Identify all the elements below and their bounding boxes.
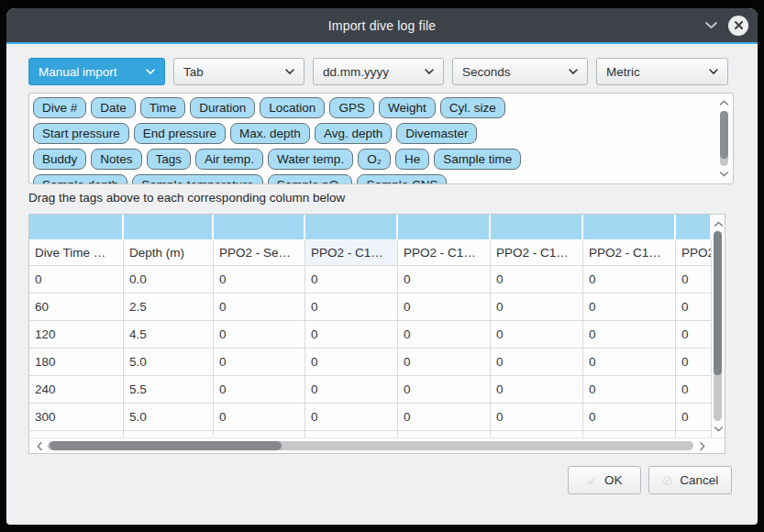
tag-sample-depth[interactable]: Sample depth bbox=[33, 174, 127, 184]
table-cell: 120 bbox=[29, 321, 124, 349]
ok-button[interactable]: ✓ OK bbox=[568, 466, 641, 494]
scroll-left-icon[interactable] bbox=[33, 439, 46, 452]
scroll-up-icon[interactable] bbox=[712, 218, 725, 229]
scroll-right-icon[interactable] bbox=[695, 439, 708, 452]
duration-format-select[interactable]: Seconds bbox=[452, 58, 588, 85]
scrollbar-track[interactable] bbox=[714, 231, 722, 421]
tag-sample-temperature[interactable]: Sample temperature bbox=[132, 174, 262, 184]
import-mode-select[interactable]: Manual import bbox=[28, 58, 165, 85]
field-separator-select[interactable]: Tab bbox=[173, 58, 304, 85]
tag-sample-cns[interactable]: Sample CNS bbox=[357, 174, 447, 184]
column-header: Depth (m) bbox=[124, 240, 214, 266]
table-cell: 0 bbox=[29, 266, 124, 294]
table-cell: 0.0 bbox=[124, 266, 214, 294]
column-header: PPO2 - C1… bbox=[583, 240, 676, 266]
tag-date[interactable]: Date bbox=[91, 97, 136, 118]
cancel-button[interactable]: ⊘ Cancel bbox=[648, 466, 732, 494]
date-format-value: dd.mm.yyyy bbox=[323, 65, 389, 79]
table-cell: 0 bbox=[305, 349, 398, 376]
date-format-select[interactable]: dd.mm.yyyy bbox=[313, 58, 444, 85]
scrollbar-thumb[interactable] bbox=[714, 231, 722, 375]
table-cell: 0 bbox=[305, 266, 398, 294]
scrollbar-track[interactable] bbox=[48, 441, 693, 450]
tag-o2[interactable]: O₂ bbox=[358, 149, 391, 170]
units-select[interactable]: Metric bbox=[596, 58, 728, 85]
scroll-down-icon[interactable] bbox=[718, 168, 730, 180]
tag-avg-depth[interactable]: Avg. depth bbox=[315, 123, 392, 144]
table-cell: 0 bbox=[583, 266, 676, 294]
tag-air-temp[interactable]: Air temp. bbox=[195, 149, 263, 170]
column-drop-target[interactable] bbox=[398, 215, 491, 240]
column-header: PPO2 - C1… bbox=[676, 240, 712, 266]
import-mode-value: Manual import bbox=[39, 65, 117, 79]
tag-pool-vscrollbar[interactable] bbox=[717, 94, 731, 183]
scroll-up-icon[interactable] bbox=[718, 97, 730, 109]
table-cell: 0 bbox=[583, 321, 676, 349]
table-cell: 5.0 bbox=[124, 349, 214, 376]
tag-duration[interactable]: Duration bbox=[190, 97, 255, 118]
tag-start-pressure[interactable]: Start pressure bbox=[33, 123, 129, 144]
window-title: Import dive log file bbox=[328, 18, 437, 33]
csv-preview-table: Dive Time … Depth (m) PPO2 - Se… PPO2 - … bbox=[28, 214, 725, 454]
column-drop-target[interactable] bbox=[305, 215, 398, 240]
table-cell: 0 bbox=[491, 294, 583, 321]
table-cell: 0 bbox=[676, 321, 712, 349]
tag-weight[interactable]: Weight bbox=[379, 97, 436, 118]
table-cell: 0 bbox=[583, 376, 676, 404]
table-vscrollbar[interactable] bbox=[712, 215, 725, 438]
tag-buddy[interactable]: Buddy bbox=[33, 149, 86, 170]
tag-location[interactable]: Location bbox=[260, 97, 325, 118]
tag-sample-po2[interactable]: Sample pO₂ bbox=[268, 174, 353, 184]
table-cell: 4.5 bbox=[124, 321, 214, 349]
titlebar[interactable]: Import dive log file bbox=[6, 8, 758, 42]
table-cell: 0 bbox=[491, 321, 583, 349]
tag-he[interactable]: He bbox=[395, 149, 429, 170]
tag-end-pressure[interactable]: End pressure bbox=[134, 123, 226, 144]
table-cell: 300 bbox=[29, 404, 124, 431]
tag-gps[interactable]: GPS bbox=[329, 97, 374, 118]
column-drop-target[interactable] bbox=[124, 215, 214, 240]
import-options-row: Manual import Tab dd.mm.yyyy Seconds Met… bbox=[28, 58, 758, 85]
chevron-down-icon bbox=[568, 68, 579, 75]
tag-water-temp[interactable]: Water temp. bbox=[268, 149, 353, 170]
table-cell: 0 bbox=[214, 294, 305, 321]
tag-pool: Dive # Date Time Duration Location GPS W… bbox=[28, 93, 734, 184]
column-header: PPO2 - C1… bbox=[491, 240, 583, 266]
tag-row: Buddy Notes Tags Air temp. Water temp. O… bbox=[33, 149, 714, 170]
column-drop-target[interactable] bbox=[583, 215, 676, 240]
chevron-down-icon bbox=[145, 68, 156, 75]
tag-time[interactable]: Time bbox=[140, 97, 186, 118]
tag-cyl-size[interactable]: Cyl. size bbox=[440, 97, 505, 118]
table-cell: 0 bbox=[398, 404, 491, 431]
table-cell: 0 bbox=[676, 404, 712, 431]
scroll-down-icon[interactable] bbox=[712, 423, 725, 434]
scrollbar-thumb[interactable] bbox=[720, 111, 728, 159]
scrollbar-thumb[interactable] bbox=[50, 441, 282, 450]
column-drop-target[interactable] bbox=[214, 215, 305, 240]
column-header: Dive Time … bbox=[29, 240, 124, 266]
tag-tags[interactable]: Tags bbox=[147, 149, 192, 170]
table-cell: 5.0 bbox=[124, 404, 214, 431]
column-header: PPO2 - C1… bbox=[305, 240, 398, 266]
table-cell: 0 bbox=[676, 266, 712, 294]
table-cell: 0 bbox=[676, 294, 712, 321]
close-x-icon bbox=[734, 20, 744, 30]
table-hscrollbar[interactable] bbox=[29, 438, 725, 453]
drag-instruction-label: Drag the tags above to each correspondin… bbox=[28, 191, 758, 208]
shade-chevron-down-icon[interactable] bbox=[704, 21, 718, 29]
close-button[interactable] bbox=[728, 16, 748, 36]
tag-dive-number[interactable]: Dive # bbox=[33, 97, 86, 118]
column-drop-target[interactable] bbox=[491, 215, 583, 240]
table-cell: 0 bbox=[583, 349, 676, 376]
tag-sample-time[interactable]: Sample time bbox=[434, 149, 521, 170]
tag-notes[interactable]: Notes bbox=[91, 149, 141, 170]
units-value: Metric bbox=[606, 65, 640, 79]
tag-max-depth[interactable]: Max. depth bbox=[230, 123, 310, 144]
column-drop-target[interactable] bbox=[676, 215, 712, 240]
column-drop-target[interactable] bbox=[29, 215, 124, 240]
scrollbar-track[interactable] bbox=[720, 111, 728, 166]
table-cell: 0 bbox=[491, 266, 583, 294]
tag-divemaster[interactable]: Divemaster bbox=[396, 123, 477, 144]
dialog-button-row: ✓ OK ⊘ Cancel bbox=[6, 466, 732, 494]
tag-row: Dive # Date Time Duration Location GPS W… bbox=[33, 97, 714, 118]
